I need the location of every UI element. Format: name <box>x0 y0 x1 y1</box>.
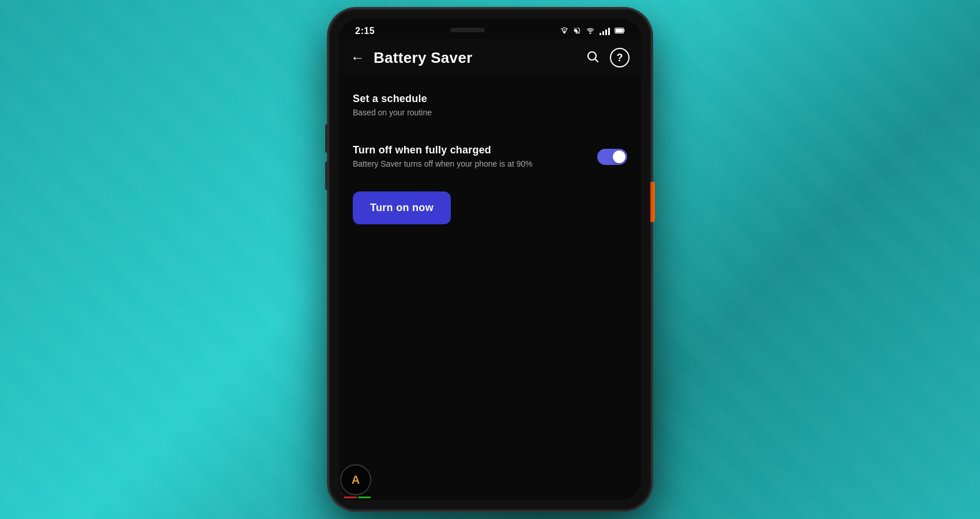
app-bar: ← Battery Saver ? <box>339 39 641 74</box>
page-title: Battery Saver <box>374 49 586 67</box>
status-bar: 2:15 <box>339 19 641 39</box>
set-schedule-text: Set a schedule Based on your routine <box>353 93 627 119</box>
svg-line-4 <box>595 59 598 62</box>
status-icons <box>560 27 625 36</box>
earpiece <box>450 28 485 32</box>
turn-off-charged-toggle[interactable] <box>597 149 627 165</box>
volume-up-button[interactable] <box>325 124 329 153</box>
phone-screen: 2:15 <box>339 19 641 500</box>
notch-area <box>450 28 485 35</box>
svg-rect-1 <box>624 29 625 32</box>
watermark: A <box>340 464 375 499</box>
turn-on-now-label: Turn on now <box>370 202 434 214</box>
turn-off-charged-subtitle: Battery Saver turns off when your phone … <box>353 159 590 170</box>
help-button[interactable]: ? <box>610 48 630 67</box>
set-schedule-item[interactable]: Set a schedule Based on your routine <box>339 80 641 131</box>
watermark-circle: A <box>340 464 371 495</box>
toggle-track[interactable] <box>597 149 627 165</box>
power-button[interactable] <box>650 182 655 222</box>
turn-off-charged-title: Turn off when fully charged <box>353 144 590 156</box>
back-button[interactable]: ← <box>350 51 364 65</box>
turn-off-charged-item[interactable]: Turn off when fully charged Battery Save… <box>339 131 641 183</box>
signal-icon <box>600 27 610 35</box>
battery-icon <box>615 27 625 35</box>
phone-wrapper: 2:15 <box>329 9 651 510</box>
toggle-thumb <box>613 151 625 163</box>
settings-content: Set a schedule Based on your routine Tur… <box>339 74 641 500</box>
volume-down-button[interactable] <box>325 161 329 190</box>
help-icon: ? <box>617 52 623 64</box>
set-schedule-subtitle: Based on your routine <box>353 107 627 119</box>
svg-rect-2 <box>616 29 623 33</box>
set-schedule-title: Set a schedule <box>353 93 627 105</box>
turn-off-charged-text: Turn off when fully charged Battery Save… <box>353 144 590 170</box>
watermark-letter: A <box>352 473 360 487</box>
status-time: 2:15 <box>355 26 375 36</box>
wifi-icon <box>586 27 595 35</box>
alarm-icon <box>560 27 568 36</box>
turn-on-now-button[interactable]: Turn on now <box>353 191 451 224</box>
search-button[interactable] <box>586 50 600 66</box>
mute-icon <box>573 27 581 36</box>
app-bar-actions: ? <box>586 48 630 67</box>
